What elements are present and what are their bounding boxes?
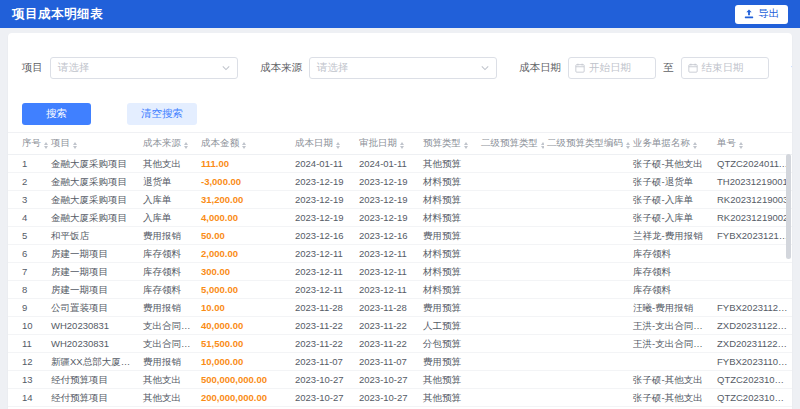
column-header-4[interactable]: 成本日期 [292, 133, 356, 155]
cell: 支出合同执行 [140, 317, 198, 335]
cell [544, 173, 630, 191]
cell [544, 389, 630, 407]
source-select-placeholder: 请选择 [317, 61, 349, 75]
cell: 2023-12-19 [292, 173, 356, 191]
cell: 2023-11-22 [356, 317, 420, 335]
column-header-5[interactable]: 审批日期 [356, 133, 420, 155]
cell: QTZC20231027002 [714, 371, 792, 389]
cell: FYBX20231107001 [714, 353, 792, 371]
source-filter-label: 成本来源 [260, 61, 302, 75]
cell: 费用报销 [140, 227, 198, 245]
start-date-input[interactable]: 开始日期 [568, 57, 656, 79]
cell: 和平饭店 [48, 227, 140, 245]
cell: -3,000.00 [198, 173, 292, 191]
sort-icon[interactable] [336, 142, 340, 149]
sort-icon[interactable] [464, 142, 468, 149]
cell: 经付预算项目 [48, 371, 140, 389]
sort-icon[interactable] [44, 142, 48, 149]
cell: QTZC20231027002 [714, 389, 792, 407]
cell: 费用预算 [420, 227, 478, 245]
search-button[interactable]: 搜索 [22, 103, 91, 125]
cell: 13 [8, 371, 48, 389]
table-row: 1金融大厦采购项目其他支出111.002024-01-112024-01-11其… [8, 155, 792, 173]
cell [630, 353, 714, 371]
sort-icon[interactable] [242, 142, 246, 149]
expand-filter-link[interactable]: 展开筛选 [791, 40, 793, 96]
cell: 5 [8, 227, 48, 245]
column-header-1[interactable]: 项目 [48, 133, 140, 155]
cell [544, 371, 630, 389]
cell: 张子硕-其他支出 [630, 371, 714, 389]
source-filter: 成本来源 请选择 [260, 57, 497, 79]
cell: 库存领料 [630, 281, 714, 299]
sort-icon[interactable] [739, 142, 743, 149]
sort-icon[interactable] [693, 142, 697, 149]
cell [714, 263, 792, 281]
cell: 张子硕-入库单 [630, 209, 714, 227]
cell [478, 155, 544, 173]
cell: 10,000.00 [198, 353, 292, 371]
cell [478, 281, 544, 299]
cell: 材料预算 [420, 263, 478, 281]
cost-table: 序号项目成本来源成本金额成本日期审批日期预算类型二级预算类型二级预算类型编码业务… [8, 132, 792, 409]
cell: 2 [8, 173, 48, 191]
project-select[interactable]: 请选择 [50, 57, 238, 79]
column-header-0[interactable]: 序号 [8, 133, 48, 155]
start-date-placeholder: 开始日期 [589, 61, 631, 75]
cell: 2023-11-07 [356, 353, 420, 371]
source-select[interactable]: 请选择 [309, 57, 497, 79]
cell: 库存领料 [140, 245, 198, 263]
cell: 库存领料 [630, 245, 714, 263]
cell: 2023-12-11 [292, 245, 356, 263]
cell: 退货单 [140, 173, 198, 191]
column-header-7[interactable]: 二级预算类型 [478, 133, 544, 155]
column-header-9[interactable]: 业务单据名称 [630, 133, 714, 155]
cell: 2023-11-22 [292, 335, 356, 353]
end-date-input[interactable]: 结束日期 [681, 57, 769, 79]
sort-icon[interactable] [184, 142, 188, 149]
cell: ZXD20231122002 [714, 317, 792, 335]
cell: 1 [8, 155, 48, 173]
cell [478, 335, 544, 353]
cell: 张子硕-退货单 [630, 173, 714, 191]
sort-icon[interactable] [541, 142, 544, 149]
table-row: 5和平饭店费用报销50.002023-12-162023-12-16费用预算兰祥… [8, 227, 792, 245]
table-row: 8房建一期项目库存领料5,000.002023-12-112023-12-11材… [8, 281, 792, 299]
table-row: 13经付预算项目其他支出500,000,000.002023-10-272023… [8, 371, 792, 389]
sort-icon[interactable] [626, 142, 630, 149]
cell: 库存领料 [140, 263, 198, 281]
cell: 2023-12-19 [292, 209, 356, 227]
cell: 材料预算 [420, 281, 478, 299]
clear-search-button[interactable]: 清空搜索 [127, 103, 197, 125]
cell: 2024-01-11 [292, 155, 356, 173]
sort-icon[interactable] [400, 142, 404, 149]
cell [478, 209, 544, 227]
column-header-10[interactable]: 单号 [714, 133, 792, 155]
vertical-scrollbar[interactable] [786, 154, 791, 409]
export-button[interactable]: 导出 [735, 5, 788, 24]
cell: 其他支出 [140, 371, 198, 389]
cell [544, 155, 630, 173]
cell [478, 227, 544, 245]
cell: 8 [8, 281, 48, 299]
cell [544, 191, 630, 209]
cell: 库存领料 [140, 281, 198, 299]
cell [478, 173, 544, 191]
column-header-6[interactable]: 预算类型 [420, 133, 478, 155]
cell: 50.00 [198, 227, 292, 245]
scrollbar-thumb[interactable] [786, 154, 791, 259]
cell: 111.00 [198, 155, 292, 173]
cell: 材料预算 [420, 191, 478, 209]
column-header-8[interactable]: 二级预算类型编码 [544, 133, 630, 155]
cell: WH20230831 [48, 335, 140, 353]
sort-icon[interactable] [73, 142, 77, 149]
cell: 材料预算 [420, 173, 478, 191]
cell [544, 227, 630, 245]
cell: FYBX20231128001 [714, 299, 792, 317]
cell: 2023-12-19 [356, 191, 420, 209]
cell: 4,000.00 [198, 209, 292, 227]
column-header-2[interactable]: 成本来源 [140, 133, 198, 155]
column-header-3[interactable]: 成本金额 [198, 133, 292, 155]
cell: WH20230831 [48, 317, 140, 335]
cell: 其他支出 [140, 389, 198, 407]
